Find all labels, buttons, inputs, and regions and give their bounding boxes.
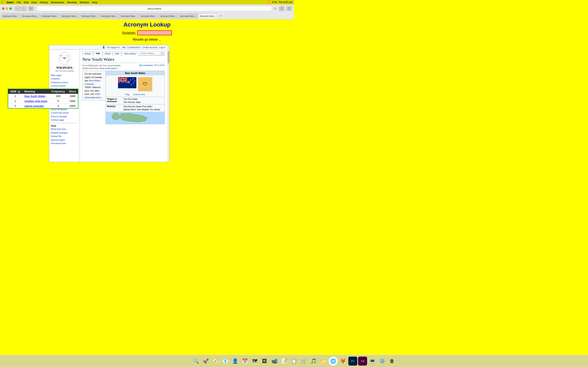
traffic-lights: [2, 7, 12, 10]
results-table: NSW Meaning Frequency Since 1: [8, 89, 78, 108]
menu-window[interactable]: Window: [80, 1, 89, 4]
page-content: Acronym Lookup Acronym: Results go below…: [0, 19, 294, 184]
results-header-frequency: Frequency: [49, 89, 67, 94]
wiki-flag-caption[interactable]: Flag: [125, 93, 129, 96]
menubar-left:  Safari File Edit View History Bookmark…: [2, 1, 97, 4]
wiki-infobox-images: 🛡: [106, 75, 164, 93]
wiki-infobox-title: New South Wales: [106, 71, 164, 75]
menu-bookmarks[interactable]: Bookmarks: [51, 1, 64, 4]
wiki-nav-recent[interactable]: Recent changes: [51, 115, 78, 118]
address-bar[interactable]: about:blank: [37, 6, 272, 11]
wiki-talk-link[interactable]: Talk: [122, 46, 126, 49]
wiki-logo-text: WIKIPEDIA: [51, 66, 78, 70]
acronym-input[interactable]: [137, 30, 172, 35]
wiki-nav-featured[interactable]: Featured content: [51, 81, 78, 84]
menu-help[interactable]: Help: [92, 1, 97, 4]
titlebar: ‹ › about:blank ↻: [0, 4, 294, 13]
wiki-nav-what-links[interactable]: What links here: [51, 127, 78, 131]
results-header-nsw[interactable]: NSW: [8, 89, 22, 94]
svg-text:и: и: [60, 59, 61, 60]
row-3-meaning[interactable]: natural seawater: [22, 104, 49, 108]
wiki-infobox-label-0: Slogan or nickname: [106, 97, 122, 104]
wiki-contributions-link[interactable]: Contributions: [127, 46, 141, 49]
wiki-not-logged-in: Not logged in: [107, 46, 120, 49]
wiki-tab-history[interactable]: View history: [122, 52, 138, 55]
table-row: 3 natural seawater 3 2000: [8, 104, 78, 108]
svg-text:维: 维: [60, 55, 61, 57]
wiki-redirect-link[interactable]: New south wales: [100, 67, 117, 69]
minimize-button[interactable]: [6, 7, 8, 10]
tab-8[interactable]: Acronym Deci...: [159, 13, 178, 19]
browser-window: ‹ › about:blank ↻: [0, 4, 294, 184]
tab-6[interactable]: Acronym Deci...: [119, 13, 139, 19]
tab-2[interactable]: Acronym Deci...: [40, 13, 60, 19]
menubar-right: 📶 27% Thu 9:07 pm: [268, 1, 292, 4]
wiki-create-account-link[interactable]: Create account: [142, 46, 157, 49]
wiki-content: Article Talk Read Edit View history 🔍 Ne…: [80, 50, 167, 162]
battery-level: 27%: [272, 1, 277, 4]
menu-view[interactable]: View: [31, 1, 37, 4]
wiki-nav-community[interactable]: Community portal: [51, 111, 78, 115]
tab-5[interactable]: Acronym Deci...: [99, 13, 119, 19]
menu-history[interactable]: History: [40, 1, 48, 4]
wiki-flag-image[interactable]: [118, 77, 136, 88]
wiki-nav-contact[interactable]: Contact page: [51, 118, 78, 122]
wiki-nav-special[interactable]: Special pages: [51, 138, 78, 142]
apple-menu[interactable]: : [2, 1, 3, 4]
back-button[interactable]: ‹: [15, 6, 20, 11]
wiki-nav-related-changes[interactable]: Related changes: [51, 131, 78, 134]
row-2-meaning[interactable]: negative slow wave: [22, 99, 49, 104]
reload-button[interactable]: ↻: [273, 7, 277, 11]
wiki-logo-subtitle: The Free Encyclopedia: [51, 70, 78, 72]
menu-file[interactable]: File: [17, 1, 21, 4]
wiki-nav-main-page[interactable]: Main page: [51, 74, 78, 77]
sidebar-toggle-button[interactable]: [28, 6, 34, 11]
tab-4[interactable]: Acronym Deci...: [80, 13, 99, 19]
tab-10[interactable]: Acronym Deci...: [198, 13, 218, 19]
menu-edit[interactable]: Edit: [24, 1, 28, 4]
row-1-meaning[interactable]: New South Wales: [22, 94, 49, 99]
tab-7[interactable]: Acronym Deci...: [139, 13, 158, 19]
wiki-infobox-row-1: Motto(s) Orta Recens Quam Pura Nites(New…: [106, 104, 164, 111]
wiki-tab-read[interactable]: Read: [103, 52, 112, 55]
wiki-nav-current-events[interactable]: Current events: [51, 84, 78, 88]
results-header-meaning: Meaning: [22, 89, 49, 94]
wiki-redirect-line: (Redirected from New south wales ): [82, 67, 165, 69]
share-button[interactable]: [279, 6, 285, 11]
menu-develop[interactable]: Develop: [67, 1, 77, 4]
wiki-infobox-value-1: Orta Recens Quam Pura Nites(Newly Risen,…: [122, 104, 164, 111]
wiki-tab-talk[interactable]: Talk: [94, 51, 102, 55]
row-2-num: 2: [8, 99, 22, 104]
wiki-coords[interactable]: 🌐 Coordinates: 32°S 147°E: [139, 64, 165, 67]
row-1-num: 1: [8, 94, 22, 99]
new-tab-button[interactable]: [286, 6, 292, 11]
wiki-nav-contents[interactable]: Contents: [51, 77, 78, 81]
svg-point-30: [134, 81, 135, 82]
svg-rect-1: [30, 7, 30, 10]
wiki-coa-caption[interactable]: Coat of arms: [133, 93, 145, 96]
wiki-infobox-value-0: The First StateThe Premier State: [122, 97, 164, 104]
wiki-scrollbar[interactable]: [167, 45, 169, 162]
maximize-button[interactable]: [9, 7, 12, 10]
close-button[interactable]: [2, 7, 4, 10]
tab-1[interactable]: Acronym Deci...: [21, 13, 40, 19]
tab-3[interactable]: Acronym Deci...: [60, 13, 80, 19]
tab-0[interactable]: Acronym Deci...: [1, 13, 20, 19]
clock: Thu 9:07 pm: [279, 1, 292, 4]
wiki-search-input[interactable]: [140, 51, 160, 55]
wiki-tab-edit[interactable]: Edit: [113, 52, 121, 55]
page-title: Acronym Lookup: [123, 21, 171, 28]
menu-safari[interactable]: Safari: [6, 1, 14, 4]
forward-button[interactable]: ›: [21, 6, 26, 11]
wiki-nav-upload[interactable]: Upload file: [51, 134, 78, 138]
tab-9[interactable]: Acronym Deci...: [178, 13, 198, 19]
wiki-nav-permanent[interactable]: Permanent link: [51, 142, 78, 145]
nav-buttons: ‹ ›: [15, 6, 26, 11]
svg-rect-27: [118, 79, 127, 80]
wiki-tab-article[interactable]: Article: [82, 52, 93, 55]
new-tab-icon[interactable]: +: [219, 13, 224, 18]
wiki-login-link[interactable]: Log in: [159, 46, 165, 49]
wiki-coa-image[interactable]: 🛡: [138, 77, 152, 91]
wiki-topbar: 👤 Not logged in Talk Contributions Creat…: [49, 45, 167, 50]
wiki-search-button[interactable]: 🔍: [160, 51, 165, 55]
